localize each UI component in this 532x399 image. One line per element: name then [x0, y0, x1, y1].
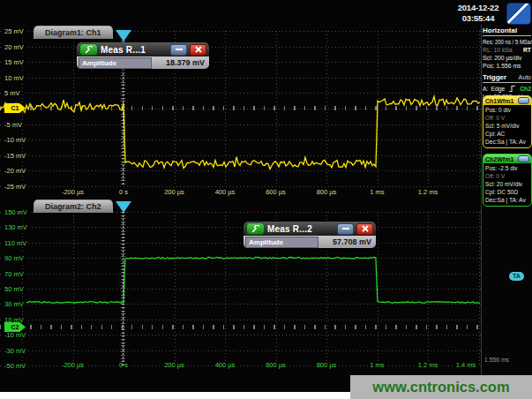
minimize-button[interactable]	[337, 223, 354, 235]
minimize-button[interactable]	[170, 44, 187, 56]
close-icon	[195, 46, 202, 53]
meas1-window-title: Meas R...1	[101, 45, 168, 55]
meas1-title-bar[interactable]: Meas R...1	[77, 42, 209, 56]
close-button[interactable]	[356, 223, 373, 235]
trigger-position-marker-diagram2[interactable]	[116, 201, 131, 213]
tab-diagram2[interactable]: Diagram2: Ch2	[34, 200, 113, 213]
watermark: www.cntronics.com	[350, 375, 532, 399]
meas-result-window-1[interactable]: Meas R...1 Amplitude 18.379 mV	[77, 42, 209, 69]
wrench-icon	[84, 46, 94, 54]
page: 25 mV20 mV15 mV10 mV5 mV-5 mV-10 mV-15 m…	[0, 0, 532, 399]
oscilloscope-screen: 25 mV20 mV15 mV10 mV5 mV-5 mV-10 mV-15 m…	[0, 0, 532, 392]
meas1-body: Amplitude 18.379 mV	[77, 56, 209, 69]
close-button[interactable]	[190, 44, 206, 56]
minimize-icon	[176, 49, 183, 50]
meas2-title-bar[interactable]: Meas R...2	[244, 222, 376, 236]
trigger-position-marker-diagram1[interactable]	[116, 30, 131, 41]
minimize-icon	[342, 228, 349, 230]
meas1-value: 18.379 mV	[166, 58, 207, 67]
meas2-window-title: Meas R...2	[267, 224, 334, 234]
wrench-icon	[251, 225, 261, 233]
meas-result-window-2[interactable]: Meas R...2 Amplitude 57.708 mV	[244, 222, 376, 248]
meas1-parameter-label: Amplitude	[79, 57, 152, 69]
tab-diagram1[interactable]: Diagram1: Ch1	[34, 26, 113, 39]
meas2-value: 57.708 mV	[333, 237, 374, 246]
Ch2Wfm1-trace	[26, 257, 480, 303]
wrench-settings-button[interactable]	[79, 43, 98, 56]
meas2-body: Amplitude 57.708 mV	[244, 236, 376, 248]
wrench-settings-button[interactable]	[246, 222, 265, 235]
Ch1Wfm1-trace	[0, 96, 480, 169]
close-icon	[362, 225, 369, 232]
meas2-parameter-label: Amplitude	[245, 237, 318, 248]
